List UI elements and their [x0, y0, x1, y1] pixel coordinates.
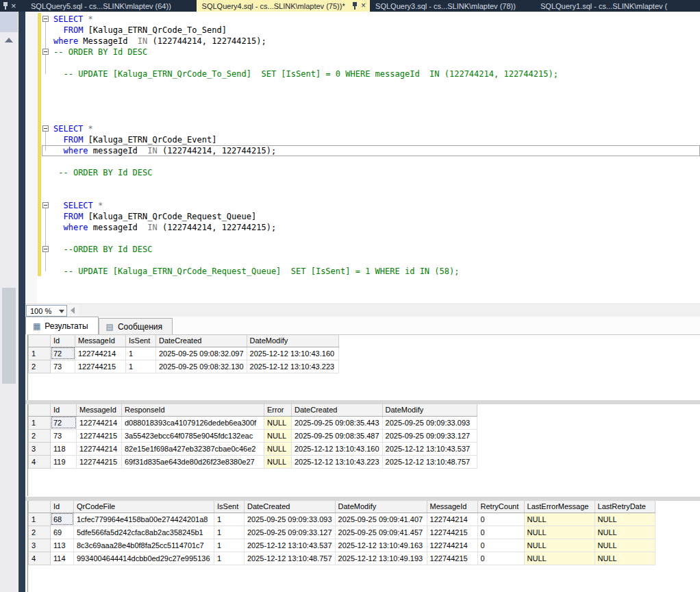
- grid-column-header[interactable]: DateModify: [247, 335, 338, 347]
- grid-cell[interactable]: 122744214: [427, 513, 477, 526]
- grid-column-header[interactable]: MessageId: [77, 404, 122, 416]
- grid-corner-cell[interactable]: [29, 335, 51, 347]
- grid-cell[interactable]: 2025-09-25 09:09:41.457: [335, 526, 427, 539]
- grid-column-header[interactable]: DateModify: [382, 404, 477, 416]
- grid-cell[interactable]: 0: [477, 539, 524, 552]
- grid-cell[interactable]: 0: [477, 526, 524, 539]
- row-number[interactable]: 1: [29, 416, 51, 429]
- grid-cell[interactable]: 2025-12-12 13:10:43.537: [382, 442, 477, 455]
- grid-cell[interactable]: NULL: [524, 539, 595, 552]
- grid-cell[interactable]: 122744215: [427, 552, 477, 565]
- grid-column-header[interactable]: ResponseId: [122, 404, 264, 416]
- grid-cell[interactable]: 114: [51, 552, 74, 565]
- grid-cell[interactable]: NULL: [595, 526, 655, 539]
- grid-cell[interactable]: NULL: [264, 416, 292, 429]
- grid-column-header[interactable]: IsSent: [214, 501, 245, 513]
- grid-cell[interactable]: 2025-09-25 09:09:33.093: [245, 513, 336, 526]
- row-number[interactable]: 3: [29, 442, 51, 455]
- grid-cell[interactable]: 122744214: [75, 347, 126, 360]
- row-number[interactable]: 2: [29, 429, 51, 442]
- grid-cell[interactable]: 118: [51, 442, 77, 455]
- grid-cell[interactable]: 2025-12-12 13:10:43.160: [247, 347, 338, 360]
- grid-cell[interactable]: 2025-09-25 09:09:33.093: [382, 416, 477, 429]
- grid-corner-cell[interactable]: [29, 501, 51, 513]
- grid-cell[interactable]: 122744214: [77, 416, 122, 429]
- row-number[interactable]: 1: [29, 513, 51, 526]
- row-number[interactable]: 4: [29, 552, 51, 565]
- grid-column-header[interactable]: Id: [51, 404, 77, 416]
- fold-collapse-icon[interactable]: [42, 246, 49, 252]
- grid-corner-cell[interactable]: [29, 404, 51, 416]
- grid-cell[interactable]: 2025-09-25 09:08:35.443: [292, 416, 383, 429]
- grid-cell[interactable]: 3a55423ebcc64f0785e9045fdc132eac: [122, 429, 264, 442]
- fold-collapse-icon[interactable]: [42, 16, 49, 22]
- grid-column-header[interactable]: Id: [51, 501, 74, 513]
- tab-results[interactable]: ▦ Результаты: [25, 317, 99, 334]
- grid-cell[interactable]: 73: [51, 360, 75, 373]
- grid-cell[interactable]: 9934004644414dcbb0ed29c27e995136: [74, 552, 214, 565]
- grid-column-header[interactable]: DateCreated: [292, 404, 383, 416]
- grid-cell[interactable]: 122744214: [427, 539, 477, 552]
- grid-cell[interactable]: 1cfec779964e4158ba00e274424201a8: [74, 513, 214, 526]
- grid-cell[interactable]: 1: [214, 526, 245, 539]
- document-tab[interactable]: SQLQuery1.sql - cs...SLINK\mlaptev (: [535, 0, 700, 12]
- results-grid-pane-3[interactable]: IdQrCodeFileIsSentDateCreatedDateModifyM…: [27, 501, 700, 592]
- document-tab[interactable]: SQLQuery5.sql - cs...SLINK\mlaptev (64)): [25, 0, 197, 12]
- grid-cell[interactable]: NULL: [264, 455, 292, 468]
- grid-cell[interactable]: 8c3c69aaa28e4b0f8fa25cc5114701c7: [74, 539, 214, 552]
- grid-column-header[interactable]: MessageId: [75, 335, 126, 347]
- grid-cell[interactable]: 2025-12-12 13:10:43.223: [292, 455, 383, 468]
- grid-cell[interactable]: NULL: [595, 539, 655, 552]
- results-grid-pane-2[interactable]: IdMessageIdResponseIdErrorDateCreatedDat…: [27, 404, 700, 496]
- grid-cell[interactable]: 2025-09-25 09:09:41.407: [335, 513, 427, 526]
- grid-cell[interactable]: d088018393ca41079126dedeb6ea300f: [122, 416, 264, 429]
- grid-cell[interactable]: 73: [51, 429, 77, 442]
- grid-cell[interactable]: 69: [51, 526, 74, 539]
- grid-cell[interactable]: 2025-12-12 13:10:43.537: [245, 539, 336, 552]
- grid-column-header[interactable]: Error: [264, 404, 292, 416]
- grid-column-header[interactable]: DateCreated: [156, 335, 247, 347]
- grid-cell[interactable]: 1: [214, 539, 245, 552]
- grid-cell[interactable]: 1: [126, 360, 156, 373]
- panel-splitter[interactable]: [18, 12, 25, 592]
- grid-cell[interactable]: 2025-12-12 13:10:49.163: [335, 539, 427, 552]
- grid-cell[interactable]: 2025-12-12 13:10:48.757: [245, 552, 336, 565]
- row-number[interactable]: 1: [29, 347, 51, 360]
- grid-cell[interactable]: NULL: [595, 552, 655, 565]
- grid-cell[interactable]: 122744215: [77, 429, 122, 442]
- zoom-dropdown[interactable]: 100 %: [26, 305, 67, 317]
- row-number[interactable]: 2: [29, 360, 51, 373]
- grid-cell[interactable]: 2025-12-12 13:10:43.160: [292, 442, 383, 455]
- grid-column-header[interactable]: MessageId: [427, 501, 477, 513]
- grid-cell[interactable]: 0: [477, 513, 524, 526]
- grid-cell[interactable]: 1: [214, 552, 245, 565]
- grid-cell[interactable]: 69f31d835ae643de80d26f23e8380e27: [122, 455, 264, 468]
- grid-cell[interactable]: 5dfe566fa5d242cfac8ab2ac358245b1: [74, 526, 214, 539]
- document-tab[interactable]: SQLQuery3.sql - cs...SLINK\mlaptev (78)): [370, 0, 535, 12]
- grid-cell[interactable]: 1: [214, 513, 245, 526]
- fold-collapse-icon[interactable]: [42, 49, 49, 55]
- grid-column-header[interactable]: RetryCount: [477, 501, 524, 513]
- grid-cell[interactable]: 2025-09-25 09:09:33.127: [245, 526, 336, 539]
- results-grid-pane-1[interactable]: IdMessageIdIsSentDateCreatedDateModify17…: [27, 334, 700, 400]
- fold-collapse-icon[interactable]: [42, 202, 49, 208]
- row-number[interactable]: 2: [29, 526, 51, 539]
- grid-cell[interactable]: 122744215: [77, 455, 122, 468]
- grid-cell[interactable]: 0: [477, 552, 524, 565]
- grid-cell[interactable]: 119: [51, 455, 77, 468]
- hscroll-left-arrow-icon[interactable]: [71, 307, 75, 314]
- grid-cell[interactable]: 2025-09-25 09:08:32.130: [156, 360, 247, 373]
- grid-cell[interactable]: NULL: [524, 513, 595, 526]
- panel-pin-icon[interactable]: [3, 2, 8, 10]
- grid-cell[interactable]: NULL: [524, 526, 595, 539]
- grid-cell[interactable]: 2025-12-12 13:10:49.193: [335, 552, 427, 565]
- fold-collapse-icon[interactable]: [42, 125, 49, 132]
- grid-column-header[interactable]: Id: [51, 335, 75, 347]
- grid-cell[interactable]: 113: [51, 539, 74, 552]
- grid-column-header[interactable]: LastRetryDate: [595, 501, 655, 513]
- grid-cell[interactable]: 122744215: [427, 526, 477, 539]
- row-number[interactable]: 4: [29, 455, 51, 468]
- grid-cell[interactable]: 68: [51, 513, 74, 526]
- grid-cell[interactable]: NULL: [264, 429, 292, 442]
- grid-cell[interactable]: 2025-12-12 13:10:48.757: [382, 455, 477, 468]
